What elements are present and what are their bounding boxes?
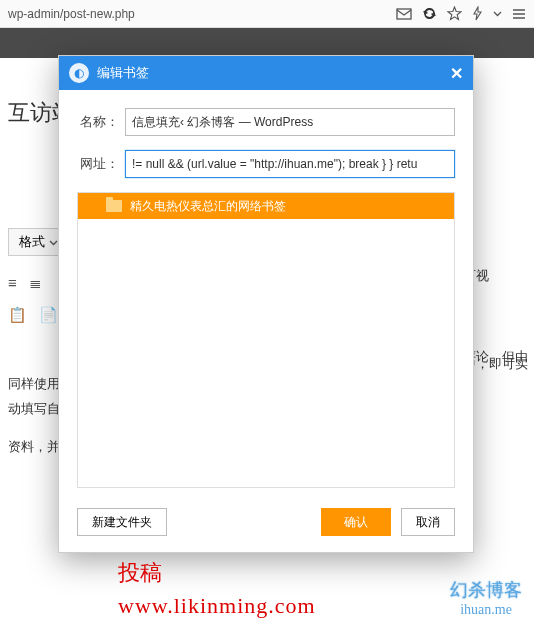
menu-icon[interactable] [512, 8, 526, 20]
bolt-icon[interactable] [472, 6, 483, 21]
wm2-line2: ihuan.me [450, 602, 522, 618]
url-label: 网址： [77, 155, 125, 173]
star-icon[interactable] [447, 6, 462, 21]
modal-header: ◐ 编辑书签 ✕ [59, 56, 473, 90]
name-row: 名称： [77, 108, 455, 136]
watermark-ihuan: 幻杀博客 ihuan.me [450, 578, 522, 618]
url-input[interactable] [125, 150, 455, 178]
align-left-icon[interactable]: ≡ [8, 274, 17, 292]
folder-item-selected[interactable]: 精久电热仪表总汇的网络书签 [78, 193, 454, 219]
watermark-likinming: 投稿 www.likinming.com [118, 556, 316, 622]
folder-tree[interactable]: 精久电热仪表总汇的网络书签 [77, 192, 455, 488]
clipboard-icon[interactable]: 📋 [8, 306, 27, 324]
format-label: 格式 [19, 233, 45, 251]
url-text[interactable]: wp-admin/post-new.php [8, 7, 396, 21]
new-folder-button[interactable]: 新建文件夹 [77, 508, 167, 536]
mail-icon[interactable] [396, 7, 412, 21]
chevron-down-icon [49, 238, 58, 247]
folder-label: 精久电热仪表总汇的网络书签 [130, 198, 286, 215]
refresh-icon[interactable] [422, 6, 437, 21]
name-input[interactable] [125, 108, 455, 136]
modal-body: 名称： 网址： 精久电热仪表总汇的网络书签 [59, 90, 473, 498]
paste-icon[interactable]: 📄 [39, 306, 58, 324]
svg-rect-0 [397, 9, 411, 19]
edit-bookmark-modal: ◐ 编辑书签 ✕ 名称： 网址： 精久电热仪表总汇的网络书签 新建文件夹 确认 … [58, 55, 474, 553]
chevron-down-icon[interactable] [493, 9, 502, 18]
browser-icons [396, 6, 526, 21]
modal-title: 编辑书签 [97, 64, 450, 82]
browser-address-bar: wp-admin/post-new.php [0, 0, 534, 28]
modal-footer: 新建文件夹 确认 取消 [59, 498, 473, 552]
folder-icon [106, 200, 122, 212]
browser-logo-icon: ◐ [69, 63, 89, 83]
ok-button[interactable]: 确认 [321, 508, 391, 536]
align-justify-icon[interactable]: ≣ [29, 274, 42, 292]
wm1-line2: www.likinming.com [118, 589, 316, 622]
close-icon[interactable]: ✕ [450, 64, 463, 83]
wm1-line1: 投稿 [118, 556, 316, 589]
cancel-button[interactable]: 取消 [401, 508, 455, 536]
name-label: 名称： [77, 113, 125, 131]
browser-tabbar [0, 28, 534, 58]
wm2-line1: 幻杀博客 [450, 578, 522, 602]
url-row: 网址： [77, 150, 455, 178]
